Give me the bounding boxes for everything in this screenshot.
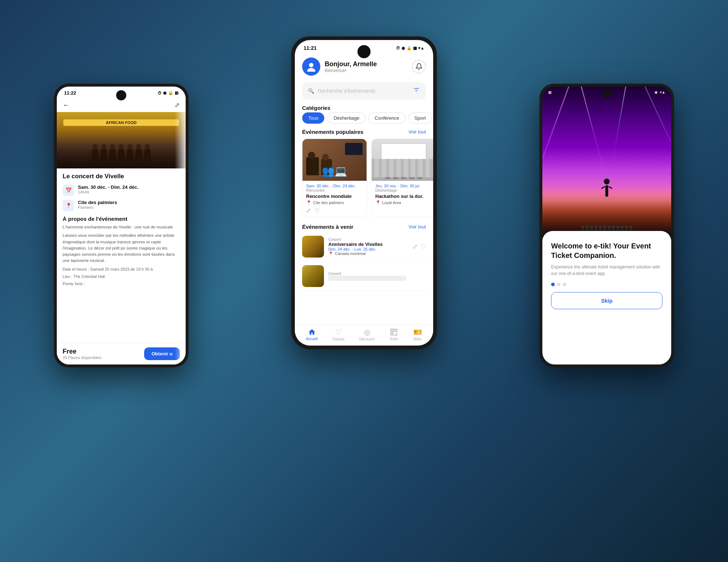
center-phone: 11:21 ⏱ ◉ 🔒 ▦ ▾▲ bbox=[291, 36, 437, 349]
event1-date: Sam. 30 déc. - Dim. 24 déc. bbox=[306, 184, 363, 188]
event1-image bbox=[302, 139, 367, 181]
event-time: 14h49 bbox=[78, 190, 138, 194]
calendar-icon: 📅 bbox=[63, 184, 74, 196]
meta2: Lieu : The Celestial Hall bbox=[63, 274, 180, 279]
left-status-clock: ⏱ bbox=[158, 91, 162, 95]
nav-accueil[interactable]: Accueil bbox=[306, 328, 317, 341]
nav-billet[interactable]: 🎫 Billet bbox=[413, 328, 422, 341]
nav-favoris-label: Favoris bbox=[333, 337, 345, 341]
categories-title: Catégories bbox=[302, 105, 426, 111]
places-available: 20 Places disponibles bbox=[63, 355, 101, 360]
greeting-sub: Bienvenue! bbox=[325, 68, 377, 73]
location-icon: 📍 bbox=[63, 200, 74, 211]
voir-tout-2[interactable]: Voir tout bbox=[408, 224, 426, 230]
event1-heart-icon[interactable]: ♡ bbox=[314, 207, 320, 214]
popular-header: Événements populaires Voir tout bbox=[295, 127, 433, 137]
event-card-2[interactable]: Jeu. 30 nov. - Dim. 30 jui Désherbage Ha… bbox=[371, 139, 433, 217]
center-camera-notch bbox=[357, 45, 371, 58]
left-footer: Free 20 Places disponibles Obtenir u bbox=[57, 343, 186, 364]
event-city: Palmiers bbox=[78, 205, 117, 210]
right-status-wifi: ▾▲ bbox=[660, 90, 665, 94]
category-tous[interactable]: Tous bbox=[302, 112, 324, 124]
event1-type: Rencontre bbox=[306, 188, 363, 192]
bottom-nav: Accueil ♡ Favoris ◎ Découvrir Scan bbox=[295, 324, 433, 346]
skip-button[interactable]: Skip bbox=[551, 292, 662, 309]
obtain-button[interactable]: Obtenir u bbox=[144, 347, 180, 360]
nav-billet-label: Billet bbox=[414, 337, 422, 341]
event2-location-text: Loyal Area bbox=[382, 200, 401, 205]
right-camera-notch bbox=[602, 89, 611, 98]
center-status-loc: ◉ bbox=[401, 46, 405, 51]
share-icon[interactable]: ⇗ bbox=[174, 101, 180, 109]
upcoming-card-2[interactable]: Concert bbox=[295, 262, 433, 291]
left-time: 11:22 bbox=[64, 90, 76, 96]
decouvrir-icon: ◎ bbox=[364, 328, 370, 336]
upcoming1-body: Concert Anniversaire de Vivelles Dim. 24… bbox=[328, 238, 408, 256]
left-camera-notch bbox=[116, 90, 126, 100]
onboarding-dots bbox=[551, 283, 662, 286]
upcoming1-share[interactable]: ⤢ bbox=[412, 243, 418, 251]
event1-location-text: Cite des palmiers bbox=[313, 200, 344, 205]
events-scroll: Sam. 30 déc. - Dim. 24 déc. Rencontre Re… bbox=[295, 137, 433, 222]
upcoming1-date: Dim. 24 déc. - Lun. 25 déc. bbox=[328, 247, 408, 251]
scrollable-content[interactable]: Catégories Tous Désherbage Conférence Sp… bbox=[295, 103, 433, 324]
event1-location: 📍 Cite des palmiers bbox=[306, 200, 363, 205]
meta1: Date et heure : Samedi 25 mars 2023 de 1… bbox=[63, 267, 180, 271]
upcoming-header: Événements à venir Voir tout bbox=[295, 222, 433, 232]
event2-date: Jeu. 30 nov. - Dim. 30 jui bbox=[375, 184, 432, 188]
right-status-battery: ▦ bbox=[548, 90, 551, 94]
upcoming-card-1[interactable]: Concert Anniversaire de Vivelles Dim. 24… bbox=[295, 232, 433, 262]
center-status-battery: ▦ bbox=[413, 46, 417, 51]
search-bar[interactable]: 🔍 Recherche d'événements bbox=[302, 82, 426, 100]
left-event-image: AFRICAN FOOD bbox=[57, 112, 186, 168]
nav-decouvrir[interactable]: ◎ Découvrir bbox=[359, 328, 375, 341]
left-status-lock: 🔒 bbox=[168, 91, 173, 95]
filter-icon[interactable] bbox=[413, 87, 420, 95]
meta3: Points forts : bbox=[63, 282, 180, 286]
nav-scan[interactable]: Scan bbox=[390, 328, 398, 341]
svg-rect-5 bbox=[391, 329, 393, 331]
search-placeholder: Recherche d'événements bbox=[318, 88, 375, 94]
upcoming1-heart[interactable]: ♡ bbox=[420, 243, 426, 251]
svg-rect-6 bbox=[395, 329, 397, 331]
right-status-loc: ◉ bbox=[654, 90, 658, 94]
concert-image bbox=[542, 87, 671, 239]
date-row: 📅 Sam. 30 déc. - Dim. 24 déc. 14h49 bbox=[63, 184, 180, 196]
event2-location: 📍 Loyal Area bbox=[375, 200, 432, 205]
left-status-loc: ◉ bbox=[163, 91, 167, 95]
nav-decouvrir-label: Découvrir bbox=[359, 337, 375, 341]
search-icon: 🔍 bbox=[308, 88, 314, 94]
category-sport[interactable]: Sport bbox=[408, 112, 432, 124]
upcoming2-body: Concert bbox=[328, 272, 426, 281]
upcoming1-image bbox=[302, 236, 324, 258]
greeting-name: Bonjour, Armelle bbox=[325, 60, 377, 68]
event-card-1[interactable]: Sam. 30 déc. - Dim. 24 déc. Rencontre Re… bbox=[302, 139, 367, 217]
event2-name: Hackathon sur la dur. bbox=[375, 194, 432, 199]
back-button[interactable]: ← bbox=[63, 101, 70, 109]
avatar bbox=[302, 57, 320, 76]
welcome-title: Welcome to e-tik! Your Event Ticket Comp… bbox=[551, 241, 662, 260]
favoris-icon: ♡ bbox=[335, 328, 342, 336]
center-status-wifi: ▾▲ bbox=[418, 46, 424, 51]
left-phone: 11:22 ⏱ ◉ 🔒 ▦ ← ⇗ AFRICAN FOOD bbox=[54, 84, 189, 367]
dot-2 bbox=[557, 283, 561, 286]
svg-rect-7 bbox=[391, 333, 393, 335]
voir-tout-1[interactable]: Voir tout bbox=[408, 129, 426, 135]
upcoming2-name bbox=[328, 276, 406, 281]
upcoming1-type: Concert bbox=[328, 238, 408, 242]
notification-bell[interactable] bbox=[412, 60, 426, 73]
event1-share-icon[interactable]: ⤢ bbox=[306, 207, 311, 214]
event-location: Cite des palmiers bbox=[78, 200, 117, 205]
category-desherbage[interactable]: Désherbage bbox=[327, 112, 365, 124]
center-status-lock: 🔒 bbox=[407, 46, 412, 51]
categories-row: Tous Désherbage Conférence Sport Conce bbox=[295, 111, 433, 127]
svg-point-1 bbox=[307, 68, 315, 72]
center-status-clock: ⏱ bbox=[396, 46, 400, 50]
nav-favoris[interactable]: ♡ Favoris bbox=[333, 328, 345, 341]
event1-actions: ⤢ ♡ bbox=[306, 207, 363, 214]
event1-body: Sam. 30 déc. - Dim. 24 déc. Rencontre Re… bbox=[302, 181, 367, 217]
left-screen: 11:22 ⏱ ◉ 🔒 ▦ ← ⇗ AFRICAN FOOD bbox=[57, 87, 186, 364]
center-content: 11:21 ⏱ ◉ 🔒 ▦ ▾▲ bbox=[295, 40, 433, 346]
popular-title: Événements populaires bbox=[302, 129, 363, 135]
category-conference[interactable]: Conférence bbox=[368, 112, 405, 124]
